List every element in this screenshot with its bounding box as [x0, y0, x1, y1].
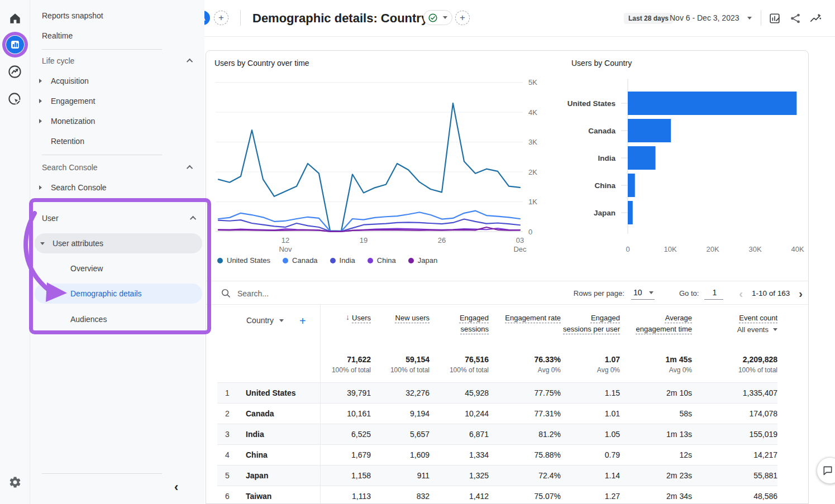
add-dimension-button[interactable]: +: [299, 316, 306, 326]
svg-text:10K: 10K: [664, 245, 676, 253]
row-metric-value: 1.15: [561, 383, 620, 404]
column-header-label[interactable]: Engaged sessions: [430, 313, 489, 335]
sidebar-collapse-button[interactable]: ‹: [174, 481, 178, 493]
totals-cell: 71,622100% of total: [320, 355, 371, 383]
table-controls: Search... Rows per page: 10 Go to: 1 ‹ 1…: [206, 281, 809, 305]
totals-subtext: 100% of total: [390, 366, 430, 374]
search-input[interactable]: Search...: [221, 281, 269, 305]
column-header-label[interactable]: Engaged sessions per user: [561, 313, 620, 335]
goto-page-value: 1: [712, 288, 717, 297]
insights-icon[interactable]: [809, 12, 822, 25]
column-header-event-count[interactable]: Event countAll events: [692, 305, 777, 355]
sidebar-item-audiences[interactable]: Audiences: [70, 311, 107, 327]
column-header-new-users[interactable]: New users: [371, 305, 430, 355]
legend-item: Japan: [408, 256, 437, 265]
column-header-average-engagement-time[interactable]: Average engagement time: [620, 305, 692, 355]
bar-united-states: [628, 92, 796, 115]
share-icon[interactable]: [789, 12, 802, 25]
totals-value: 76,516: [465, 355, 489, 364]
column-header-label[interactable]: Engagement rate: [505, 313, 561, 324]
sidebar-item-user-attributes[interactable]: User attributes: [35, 233, 202, 253]
event-filter-select[interactable]: All events: [737, 325, 777, 334]
column-header-users[interactable]: ↓Users: [320, 305, 371, 355]
previous-page-button[interactable]: ‹: [739, 289, 743, 299]
date-range-chip: Last 28 days: [624, 13, 673, 24]
section-label: Life cycle: [42, 56, 74, 65]
app-rail: [0, 0, 30, 504]
svg-text:03: 03: [516, 236, 524, 244]
header-divider: [240, 10, 241, 26]
svg-text:2K: 2K: [528, 168, 537, 176]
column-header-label[interactable]: Users: [352, 313, 371, 324]
page-title: Demographic details: Country: [252, 11, 428, 26]
row-metric-value: 10,161: [320, 404, 371, 424]
home-icon[interactable]: [6, 9, 25, 28]
goto-page-input[interactable]: 1: [704, 287, 723, 300]
caret-down-icon: [747, 17, 752, 20]
row-index: 3: [217, 424, 237, 445]
legend-item: China: [368, 256, 396, 265]
svg-text:26: 26: [438, 236, 446, 244]
totals-value: 76.33%: [535, 355, 561, 364]
reports-icon[interactable]: [6, 35, 25, 54]
next-page-button[interactable]: ›: [799, 289, 803, 299]
rows-per-page-select[interactable]: 10: [631, 287, 655, 300]
column-header-label[interactable]: New users: [395, 313, 430, 324]
row-country-name: United States: [237, 383, 320, 404]
dimension-select[interactable]: Country: [246, 316, 284, 325]
row-metric-value: 32,276: [371, 383, 430, 404]
row-metric-value: 1.01: [561, 404, 620, 424]
row-metric-value: 81.2%: [489, 424, 561, 445]
totals-value: 2,209,828: [743, 355, 777, 364]
legend-label: China: [377, 256, 396, 265]
sidebar-item-retention[interactable]: Retention: [51, 133, 84, 149]
sidebar-item-acquisition[interactable]: Acquisition: [39, 73, 89, 89]
row-metric-value: 75.07%: [489, 486, 561, 504]
report-card: Users by Country over time 01K2K3K4K5K12…: [206, 50, 809, 504]
column-header-engagement-rate[interactable]: Engagement rate: [489, 305, 561, 355]
column-header-label[interactable]: Event count: [739, 313, 777, 324]
add-report-tab-button[interactable]: +: [455, 11, 470, 25]
date-range-selector[interactable]: Nov 6 - Dec 3, 2023: [670, 13, 752, 22]
report-status-button[interactable]: [423, 10, 452, 25]
feedback-button[interactable]: [817, 457, 835, 484]
dimension-label: Country: [246, 316, 274, 325]
search-placeholder: Search...: [237, 289, 269, 298]
pagination-range: 1-10 of 163: [752, 289, 790, 297]
row-metric-value: 1,412: [430, 486, 489, 504]
legend-label: United States: [227, 256, 270, 265]
line-series-united-states: [218, 103, 520, 231]
row-index: 1: [217, 383, 237, 404]
row-index: 2: [217, 404, 237, 424]
sidebar-item-overview[interactable]: Overview: [70, 261, 103, 276]
column-header-engaged-sessions[interactable]: Engaged sessions: [430, 305, 489, 355]
advertising-icon[interactable]: [6, 89, 25, 108]
sidebar-item-label: Acquisition: [51, 76, 89, 85]
sidebar-section-search-console[interactable]: Search Console: [42, 160, 193, 175]
totals-subtext: Avg 0%: [538, 366, 561, 374]
column-header-label[interactable]: Average engagement time: [631, 313, 692, 335]
expand-arrow-icon: [39, 185, 42, 190]
sidebar-item-monetization[interactable]: Monetization: [39, 113, 95, 129]
settings-gear-icon[interactable]: [6, 473, 25, 492]
users-by-country-bar-chart: United StatesCanadaIndiaChinaJapan010K20…: [558, 66, 809, 268]
totals-value: 1.07: [605, 355, 620, 364]
row-metric-value: 1.14: [561, 465, 620, 486]
rows-per-page-value: 10: [633, 288, 642, 297]
column-header-engaged-sessions-per-user[interactable]: Engaged sessions per user: [561, 305, 620, 355]
sidebar-section-user[interactable]: User: [42, 210, 196, 226]
sidebar-item-demographic-details[interactable]: Demographic details: [35, 284, 202, 304]
sidebar-item-realtime[interactable]: Realtime: [42, 28, 73, 44]
svg-text:Dec: Dec: [513, 245, 527, 253]
add-comparison-button[interactable]: +: [214, 11, 228, 25]
customize-report-icon[interactable]: [768, 12, 781, 25]
row-metric-value: 5,657: [371, 424, 430, 445]
sidebar-item-engagement[interactable]: Engagement: [39, 93, 95, 109]
sidebar-item-reports-snapshot[interactable]: Reports snapshot: [42, 8, 103, 23]
sidebar-section-lifecycle[interactable]: Life cycle: [42, 53, 193, 69]
row-country-name: India: [237, 424, 320, 445]
explore-icon[interactable]: [6, 62, 25, 81]
sidebar-item-search-console[interactable]: Search Console: [39, 180, 107, 195]
row-metric-value: 174,078: [692, 404, 777, 424]
chevron-up-icon: [190, 216, 196, 222]
